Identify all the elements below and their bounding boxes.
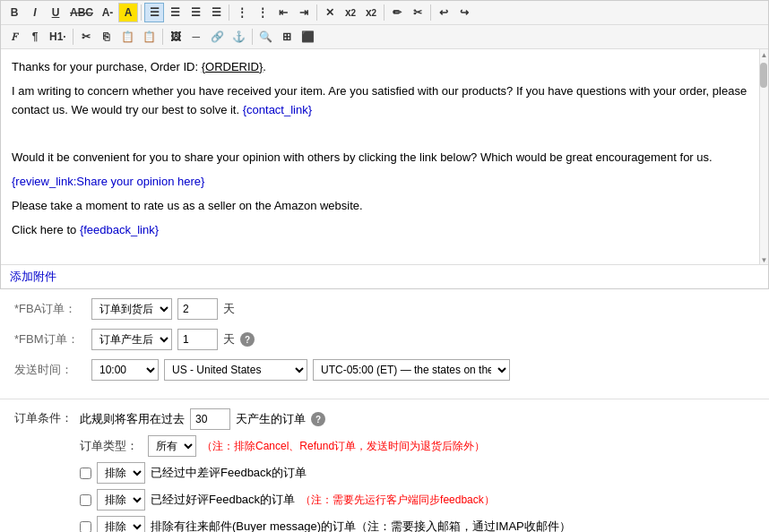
conditions-help-icon[interactable]: ? [311, 412, 325, 426]
font-color-button[interactable]: A [118, 3, 138, 22]
cut-button[interactable]: ✂ [408, 3, 428, 22]
table-button[interactable]: ⊞ [277, 27, 297, 47]
order-id-placeholder: {ORDERID} [202, 60, 264, 73]
fbm-days-label: 天 [223, 331, 235, 348]
exclude-buyer-message-row: 排除 排除有往来邮件(Buyer message)的订单（注：需要接入邮箱，通过… [80, 516, 755, 532]
align-center-button[interactable]: ☰ [165, 3, 185, 22]
exclude-buyer-message-note: 排除有往来邮件(Buyer message)的订单（注：需要接入邮箱，通过IMA… [151, 519, 571, 532]
feedback-link-placeholder: {feedback_link} [80, 223, 159, 236]
align-justify-button[interactable]: ☰ [206, 3, 226, 22]
bold-button[interactable]: B [4, 3, 24, 22]
toolbar-row1: B I U ABC A- A ☰ ☰ ☰ ☰ ⋮ ⋮ ⇤ ⇥ ✕ x2 x2 ✏… [1, 1, 768, 25]
toolbar-row2: 𝐹 ¶ H1· ✂ ⎘ 📋 📋 🖼 ─ 🔗 ⚓ 🔍 ⊞ ⬛ [1, 25, 768, 49]
exclude-good-feedback-red-note: （注：需要先运行客户端同步feedback） [300, 493, 495, 508]
exclude-bad-feedback-checkbox[interactable] [80, 468, 91, 479]
order-type-row: 订单类型： 所有 （注：排除Cancel、Refund订单，发送时间为退货后除外… [80, 435, 755, 457]
exclude-bad-feedback-select[interactable]: 排除 [97, 462, 145, 484]
main-container: B I U ABC A- A ☰ ☰ ☰ ☰ ⋮ ⋮ ⇤ ⇥ ✕ x2 x2 ✏… [0, 0, 769, 532]
copy-button[interactable]: ⎘ [97, 27, 117, 47]
superscript-button[interactable]: x2 [341, 3, 360, 22]
exclude-bad-feedback-row: 排除 已经过中差评Feedback的订单 [80, 462, 755, 484]
outdent-button[interactable]: ⇤ [273, 3, 293, 22]
contact-link-placeholder: {contact_link} [243, 103, 312, 116]
send-time-select[interactable]: 10:00 [91, 359, 159, 381]
sep2 [229, 4, 229, 21]
fba-days-label: 天 [223, 301, 235, 317]
sep5 [430, 4, 431, 21]
undo-button[interactable]: ↩ [434, 3, 454, 22]
paste-button[interactable]: 📋 [117, 27, 138, 47]
conditions-days-input[interactable] [190, 408, 230, 430]
region-select[interactable]: US - United States [164, 359, 307, 381]
paste-special-button[interactable]: 📋 [139, 27, 160, 47]
form-section: *FBA订单： 订单到货后 天 *FBM订单： 订单产生后 天 ? 发送时间： … [0, 289, 769, 399]
hr-button[interactable]: ─ [186, 27, 206, 47]
fbm-days-input[interactable] [177, 329, 218, 350]
italic-button[interactable]: I [25, 3, 45, 22]
exclude-good-feedback-note: 已经过好评Feedback的订单 [151, 492, 295, 508]
block-button[interactable]: ⬛ [298, 27, 318, 47]
content-spacer2 [12, 245, 748, 263]
edit-button[interactable]: ✏ [387, 3, 407, 22]
heading-button[interactable]: H1· [46, 27, 70, 47]
send-time-row: 发送时间： 10:00 US - United States UTC-05:00… [14, 359, 755, 381]
sep4 [384, 4, 384, 21]
fbm-label: *FBM订单： [14, 331, 86, 348]
unordered-list-button[interactable]: ⋮ [232, 3, 252, 22]
review-link-placeholder: {review_link:Share your opinion here} [12, 175, 204, 188]
cut2-button[interactable]: ✂ [76, 27, 96, 47]
conditions-outer: 订单条件： 此规则将客用在过去 天产生的订单 ? 订单类型： 所有 （注：排除C… [14, 408, 755, 532]
order-type-note: （注：排除Cancel、Refund订单，发送时间为退货后除外） [202, 439, 485, 454]
align-right-button[interactable]: ☰ [186, 3, 205, 22]
content-line-2: I am writing to concern whether you have… [12, 82, 748, 120]
fbm-order-row: *FBM订单： 订单产生后 天 ? [14, 329, 755, 350]
exclude-good-feedback-select[interactable]: 排除 [97, 489, 145, 511]
underline-button[interactable]: U [46, 3, 65, 22]
scroll-thumb[interactable] [760, 63, 767, 88]
fba-label: *FBA订单： [14, 301, 86, 317]
order-type-select[interactable]: 所有 [148, 435, 196, 457]
editor-body: Thanks for your purchase, Order ID: {ORD… [1, 49, 768, 264]
subscript-button[interactable]: x2 [361, 3, 381, 22]
add-attachment-link[interactable]: 添加附件 [10, 270, 56, 283]
image-button[interactable]: 🖼 [166, 27, 186, 47]
link-button[interactable]: 🔗 [207, 27, 228, 47]
align-left-button[interactable]: ☰ [144, 3, 164, 22]
conditions-days-suffix: 天产生的订单 [236, 411, 306, 427]
clear-format-button[interactable]: ✕ [320, 3, 340, 22]
redo-button[interactable]: ↪ [454, 3, 474, 22]
add-attachment-section: 添加附件 [1, 264, 768, 288]
fbm-trigger-select[interactable]: 订单产生后 [91, 329, 172, 350]
conditions-days-text: 此规则将客用在过去 [80, 411, 185, 427]
order-type-label: 订单类型： [80, 438, 143, 454]
send-time-label: 发送时间： [14, 362, 86, 378]
ordered-list-button[interactable]: ⋮ [253, 3, 272, 22]
fba-days-input[interactable] [177, 298, 218, 320]
exclude-buyer-message-select[interactable]: 排除 [97, 516, 145, 532]
anchor-button[interactable]: ⚓ [229, 27, 249, 47]
exclude-buyer-message-checkbox[interactable] [80, 521, 91, 533]
scroll-track [760, 59, 767, 256]
conditions-inner: 此规则将客用在过去 天产生的订单 ? 订单类型： 所有 （注：排除Cancel、… [80, 408, 755, 532]
timezone-select[interactable]: UTC-05:00 (ET) — the states on the Atla [313, 359, 510, 381]
fbm-help-icon[interactable]: ? [240, 332, 255, 347]
fba-trigger-select[interactable]: 订单到货后 [91, 298, 172, 320]
decrease-font-button[interactable]: A- [98, 3, 117, 22]
font-family-button[interactable]: 𝐹 [4, 27, 24, 47]
sep8 [252, 29, 253, 45]
find-button[interactable]: 🔍 [255, 27, 276, 47]
scroll-down-arrow[interactable]: ▼ [760, 256, 767, 264]
content-line-4: {review_link:Share your opinion here} [12, 173, 748, 192]
strikethrough-button[interactable]: ABC [66, 3, 97, 22]
sep1 [141, 4, 142, 21]
conditions-days-row: 此规则将客用在过去 天产生的订单 ? [80, 408, 755, 430]
scroll-up-arrow[interactable]: ▲ [760, 51, 767, 59]
content-spacer1 [12, 124, 748, 143]
editor-content-area[interactable]: Thanks for your purchase, Order ID: {ORD… [1, 49, 759, 264]
paragraph-button[interactable]: ¶ [25, 27, 45, 47]
exclude-good-feedback-checkbox[interactable] [80, 494, 91, 506]
scrollbar[interactable]: ▲ ▼ [759, 49, 768, 264]
editor-container: B I U ABC A- A ☰ ☰ ☰ ☰ ⋮ ⋮ ⇤ ⇥ ✕ x2 x2 ✏… [0, 0, 769, 289]
indent-button[interactable]: ⇥ [294, 3, 314, 22]
conditions-main-label: 订单条件： [14, 408, 73, 532]
